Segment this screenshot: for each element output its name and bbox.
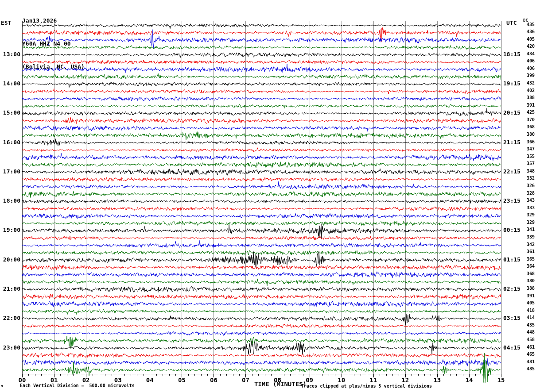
est-time-label: 22:00 (0, 315, 20, 321)
dc-offset-value: 432 (521, 81, 535, 85)
utc-time-label: 04:15 (503, 344, 520, 351)
dc-offset-value: 348 (521, 169, 535, 173)
minute-tick-label: 12 (397, 377, 413, 384)
est-time-label: 13:00 (0, 51, 20, 58)
dc-offset-value: 380 (521, 278, 535, 283)
minute-tick-label: 02 (78, 377, 94, 384)
dc-offset-value: 329 (521, 220, 535, 225)
minute-tick-label: 04 (142, 377, 158, 384)
dc-offset-value: 329 (521, 212, 535, 217)
scale-note: Each Vertical Division = 500.00 microvol… (20, 383, 135, 388)
dc-offset-value: 368 (521, 271, 535, 276)
dc-offset-value: 465 (521, 352, 535, 357)
dc-offset-value: 328 (521, 191, 535, 196)
utc-time-label: 00:15 (503, 227, 520, 233)
utc-time-label: 01:15 (503, 256, 520, 263)
est-time-label: 18:00 (0, 197, 20, 204)
dc-offset-value: 380 (521, 132, 535, 137)
dc-offset-value: 405 (521, 300, 535, 305)
utc-time-label: 23:15 (503, 197, 520, 204)
dc-offset-value: 448 (521, 330, 535, 334)
dc-offset-value: 368 (521, 124, 535, 129)
dc-offset-value: 366 (521, 139, 535, 144)
dc-offset-value: 341 (521, 227, 535, 232)
dc-offset-value: 406 (521, 58, 535, 63)
dc-offset-value: 461 (521, 345, 535, 350)
minute-tick-label: 13 (429, 377, 445, 384)
dc-offset-value: 391 (521, 293, 535, 298)
dc-offset-value: 414 (521, 315, 535, 320)
utc-time-label: 02:15 (503, 285, 520, 292)
est-time-label: 14:00 (0, 80, 20, 87)
dc-offset-value: 365 (521, 257, 535, 261)
dc-offset-value: 342 (521, 242, 535, 247)
dc-offset-value: 436 (521, 29, 535, 34)
dc-offset-value: 458 (521, 337, 535, 342)
minute-tick-label: 00 (14, 377, 30, 384)
utc-time-label: 03:15 (503, 315, 520, 321)
minute-tick-label: 03 (110, 377, 126, 384)
dc-offset-value: 391 (521, 103, 535, 108)
clip-note: Traces clipped at plus/minus 5 vertical … (301, 384, 432, 388)
watermark-glyph: M (1, 384, 3, 388)
dc-offset-value: 420 (521, 44, 535, 49)
utc-time-label: 20:15 (503, 109, 520, 116)
dc-offset-value: 399 (521, 73, 535, 78)
est-time-label: 17:00 (0, 168, 20, 175)
dc-offset-value: 326 (521, 183, 535, 188)
dc-offset-value: 364 (521, 264, 535, 269)
minute-tick-label: 11 (365, 377, 381, 384)
utc-time-label: 19:15 (503, 80, 520, 87)
plot-label-layer: 43543640542013:0018:1543440640639914:001… (0, 0, 536, 392)
dc-offset-value: 435 (521, 323, 535, 327)
dc-offset-value: 388 (521, 286, 535, 291)
est-time-label: 23:00 (0, 344, 20, 351)
est-time-label: 20:00 (0, 256, 20, 263)
dc-offset-value: 361 (521, 249, 535, 254)
utc-time-label: 21:15 (503, 139, 520, 146)
dc-offset-value: 388 (521, 95, 535, 100)
dc-offset-value: 485 (521, 366, 535, 371)
minute-tick-label: 10 (334, 377, 350, 384)
dc-offset-value: 370 (521, 117, 535, 122)
minute-tick-label: 01 (46, 377, 62, 384)
dc-offset-value: 332 (521, 176, 535, 181)
minute-tick-label: 06 (206, 377, 221, 384)
dc-offset-value: 355 (521, 154, 535, 159)
dc-offset-value: 339 (521, 234, 535, 239)
dc-offset-value: 406 (521, 66, 535, 71)
utc-time-label: 18:15 (503, 51, 520, 58)
est-time-label: 21:00 (0, 285, 20, 292)
dc-offset-value: 481 (521, 359, 535, 364)
minute-tick-label: 14 (461, 377, 477, 384)
webicorder-page: Jan13,2026 Y60A HHZ N4 00 (Bolivia, NC, … (0, 0, 536, 392)
dc-offset-value: 343 (521, 198, 535, 203)
utc-time-label: 22:15 (503, 168, 520, 175)
minute-tick-label: 05 (174, 377, 190, 384)
dc-offset-value: 347 (521, 146, 535, 151)
dc-offset-value: 435 (521, 22, 535, 27)
dc-offset-value: 357 (521, 161, 535, 166)
dc-offset-value: 402 (521, 88, 535, 93)
minute-tick-label: 15 (493, 377, 509, 384)
est-time-label: 15:00 (0, 109, 20, 116)
dc-offset-value: 418 (521, 308, 535, 313)
dc-offset-value: 405 (521, 37, 535, 42)
dc-offset-value: 333 (521, 205, 535, 210)
est-time-label: 16:00 (0, 139, 20, 146)
dc-offset-value: 425 (521, 110, 535, 115)
est-time-label: 19:00 (0, 227, 20, 233)
dc-offset-value: 434 (521, 51, 535, 56)
